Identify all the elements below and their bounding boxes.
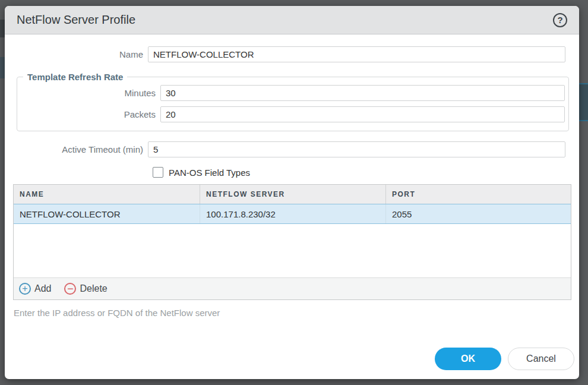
dialog-title: NetFlow Server Profile (17, 13, 553, 27)
netflow-server-profile-dialog: NetFlow Server Profile ? Name Template R… (5, 6, 579, 379)
cell-name: NETFLOW-COLLECTOR (14, 204, 200, 223)
background-window-fragment (0, 57, 5, 78)
add-button-label: Add (34, 283, 51, 294)
dialog-actions: OK Cancel (435, 348, 574, 370)
column-header-netflow-server[interactable]: NETFLOW SERVER (200, 185, 385, 204)
plus-circle-icon: + (19, 283, 31, 295)
minus-circle-icon: − (64, 283, 76, 295)
ok-button[interactable]: OK (435, 348, 501, 370)
background-window-fragment (579, 83, 588, 121)
name-label: Name (5, 49, 148, 59)
column-header-port[interactable]: PORT (385, 185, 571, 204)
minutes-input[interactable] (160, 85, 565, 101)
delete-button-label: Delete (80, 283, 107, 294)
packets-row: Packets (17, 106, 565, 122)
pan-os-field-types-label: PAN-OS Field Types (169, 168, 250, 178)
name-input[interactable] (148, 46, 565, 62)
dialog-header: NetFlow Server Profile ? (5, 6, 579, 34)
active-timeout-row: Active Timeout (min) (5, 141, 565, 157)
table-row[interactable]: NETFLOW-COLLECTOR 100.171.8.230/32 2055 (14, 204, 571, 224)
netflow-servers-table: NAME NETFLOW SERVER PORT NETFLOW-COLLECT… (13, 184, 571, 300)
help-icon[interactable]: ? (553, 13, 567, 27)
template-refresh-rate-legend: Template Refresh Rate (23, 72, 127, 82)
template-refresh-rate-group: Template Refresh Rate Minutes Packets (17, 72, 569, 131)
delete-button[interactable]: − Delete (64, 283, 107, 295)
column-header-name[interactable]: NAME (14, 185, 200, 204)
pan-os-field-types-checkbox[interactable] (153, 167, 163, 178)
name-row: Name (5, 46, 565, 62)
active-timeout-input[interactable] (148, 141, 565, 157)
cell-server: 100.171.8.230/32 (200, 204, 385, 223)
cancel-button[interactable]: Cancel (508, 348, 574, 370)
pan-os-field-types-row: PAN-OS Field Types (153, 167, 579, 178)
active-timeout-label: Active Timeout (min) (5, 144, 148, 154)
packets-input[interactable] (160, 106, 565, 122)
cell-port: 2055 (385, 204, 571, 223)
table-header-row: NAME NETFLOW SERVER PORT (14, 185, 571, 204)
hint-text: Enter the IP address or FQDN of the NetF… (14, 308, 579, 318)
background-window-fragment (0, 20, 5, 37)
table-footer: + Add − Delete (14, 277, 571, 299)
add-button[interactable]: + Add (19, 283, 51, 295)
minutes-label: Minutes (17, 88, 160, 98)
packets-label: Packets (17, 109, 160, 119)
minutes-row: Minutes (17, 85, 565, 101)
table-empty-area (14, 224, 571, 277)
